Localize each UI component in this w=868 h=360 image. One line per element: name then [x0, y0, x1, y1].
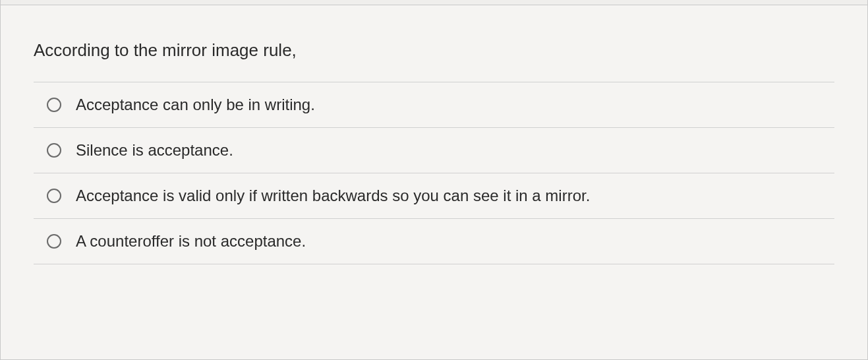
- option-row-2[interactable]: Acceptance is valid only if written back…: [34, 173, 834, 218]
- option-label: Acceptance can only be in writing.: [76, 96, 315, 114]
- option-label: A counteroffer is not acceptance.: [76, 232, 306, 251]
- question-area: According to the mirror image rule,: [1, 5, 867, 82]
- option-row-1[interactable]: Silence is acceptance.: [34, 127, 834, 173]
- question-prompt: According to the mirror image rule,: [34, 38, 834, 62]
- top-divider: [1, 0, 867, 5]
- options-list: Acceptance can only be in writing. Silen…: [1, 82, 867, 291]
- option-label: Acceptance is valid only if written back…: [76, 187, 590, 205]
- quiz-question-card: According to the mirror image rule, Acce…: [0, 0, 868, 360]
- option-row-0[interactable]: Acceptance can only be in writing.: [34, 82, 834, 127]
- option-row-3[interactable]: A counteroffer is not acceptance.: [34, 218, 834, 264]
- radio-icon[interactable]: [47, 234, 61, 249]
- radio-icon[interactable]: [47, 98, 61, 112]
- option-label: Silence is acceptance.: [76, 141, 233, 160]
- radio-icon[interactable]: [47, 143, 61, 158]
- radio-icon[interactable]: [47, 189, 61, 203]
